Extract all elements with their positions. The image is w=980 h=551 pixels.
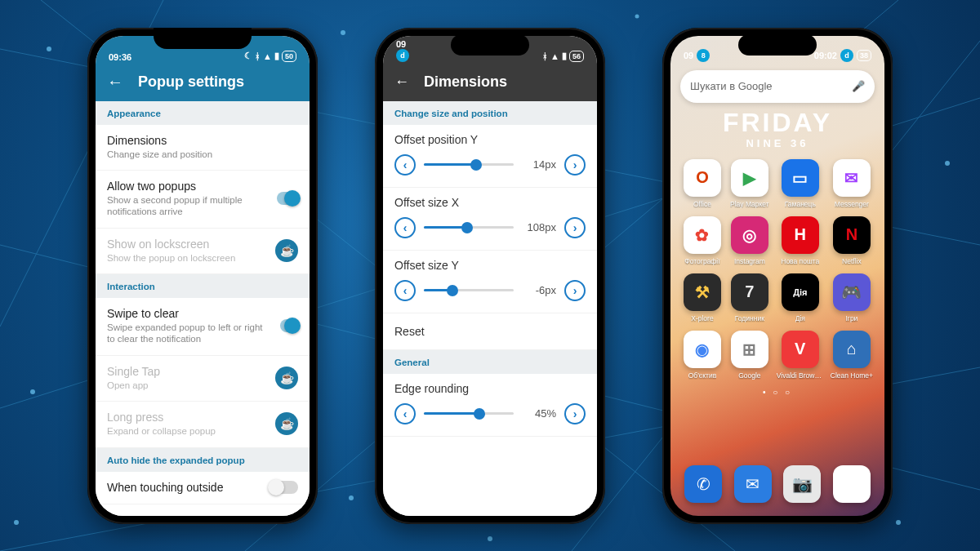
app-messenger[interactable]: ✉Messenger bbox=[831, 159, 873, 208]
phone3-pill bbox=[738, 34, 817, 56]
app-google[interactable]: ⊞Google bbox=[729, 331, 770, 380]
slider-track[interactable] bbox=[424, 289, 514, 291]
app-icon: Н bbox=[782, 216, 819, 254]
dock-phone[interactable]: ✆ bbox=[684, 465, 722, 503]
popup-settings-titlebar: ← Popup settings bbox=[96, 64, 310, 101]
slider-track[interactable] bbox=[424, 226, 514, 229]
app-label: Об'єктив bbox=[688, 371, 716, 380]
notif-dot-icon: d bbox=[396, 49, 409, 62]
dock-camera[interactable]: 📷 bbox=[783, 465, 821, 503]
dock-chrome[interactable]: ◯ bbox=[833, 465, 871, 503]
wifi-icon: ▲ bbox=[550, 51, 559, 61]
toggle-touch-outside[interactable] bbox=[270, 481, 298, 494]
dimensions-titlebar: ← Dimensions bbox=[383, 64, 597, 101]
google-search-bar[interactable]: Шукати в Google 🎤 bbox=[680, 70, 875, 103]
premium-cup-icon[interactable]: ☕ bbox=[275, 239, 298, 262]
app-icon: ✉ bbox=[833, 159, 871, 197]
app-icon: ◎ bbox=[731, 216, 768, 254]
clock-sub: NINE 36 bbox=[670, 137, 884, 149]
app-icon: N bbox=[833, 216, 871, 254]
phone-homescreen: 09 8 09:02 d 38 Шукати в Google 🎤 FRIDAY… bbox=[662, 28, 893, 524]
slider-label: Offset position Y bbox=[394, 133, 586, 146]
wifi-icon: ▲ bbox=[263, 51, 272, 61]
app-ігри[interactable]: 🎮Ігри bbox=[831, 273, 873, 322]
premium-cup-icon[interactable]: ☕ bbox=[275, 367, 298, 389]
item-reset[interactable]: Reset bbox=[383, 313, 597, 350]
back-button[interactable]: ← bbox=[394, 73, 409, 91]
item-touch-outside[interactable]: When touching outside bbox=[96, 472, 310, 504]
item-swipe[interactable]: Swipe to clear Swipe expanded popup to l… bbox=[96, 298, 310, 356]
app-об-єктив[interactable]: ◉Об'єктив bbox=[682, 331, 723, 380]
app-x-plore[interactable]: ⚒X-plore bbox=[682, 273, 723, 322]
app-icon: 🎮 bbox=[833, 273, 871, 311]
item-sub: Open app bbox=[107, 380, 160, 391]
battery-icon: 50 bbox=[282, 51, 296, 62]
item-single-tap[interactable]: Single Tap Open app ☕ bbox=[96, 356, 310, 402]
app-vivaldi-browser[interactable]: VVivaldi Browser bbox=[777, 331, 824, 380]
toggle-two-popups[interactable] bbox=[277, 192, 298, 205]
app-label: Дія bbox=[795, 314, 805, 322]
app-нова-пошта[interactable]: ННова пошта bbox=[777, 216, 824, 265]
app-годинник[interactable]: 7Годинник bbox=[729, 273, 770, 322]
screen-title: Dimensions bbox=[424, 73, 507, 91]
app-play-маркет[interactable]: ▶Play Маркет bbox=[729, 159, 770, 208]
item-sub: Swipe expanded popup to left or right to… bbox=[107, 322, 270, 345]
app-icon: ⊞ bbox=[731, 331, 768, 368]
app-label: Messenger bbox=[835, 200, 869, 208]
app-label: X-plore bbox=[691, 314, 713, 322]
app-icon: ⌂ bbox=[833, 331, 871, 368]
slider-size-y: Offset size Y ‹ -6px › bbox=[383, 251, 597, 313]
premium-cup-icon[interactable]: ☕ bbox=[275, 412, 298, 435]
app-instagram[interactable]: ◎Instagram bbox=[729, 216, 770, 265]
app-label: Office bbox=[693, 200, 711, 208]
clock-day: FRIDAY bbox=[670, 109, 884, 136]
app-office[interactable]: OOffice bbox=[682, 159, 723, 208]
app-label: Годинник bbox=[735, 314, 764, 322]
app-grid: OOffice▶Play Маркет▭Гаманець✉Messenger✿Ф… bbox=[670, 151, 884, 383]
decrement-button[interactable]: ‹ bbox=[394, 154, 416, 176]
increment-button[interactable]: › bbox=[564, 217, 586, 238]
toggle-swipe[interactable] bbox=[280, 319, 298, 332]
item-long-press[interactable]: Long press Expand or collapse popup ☕ bbox=[96, 402, 310, 447]
app-icon: ⚒ bbox=[684, 273, 721, 311]
status-left: 09 d bbox=[396, 39, 409, 62]
app-icon: ▶ bbox=[731, 159, 768, 197]
bt-icon: ᚼ bbox=[542, 51, 548, 61]
app-netflix[interactable]: NNetflix bbox=[831, 216, 873, 265]
search-placeholder: Шукати в Google bbox=[690, 80, 773, 92]
app-дія[interactable]: ДіяДія bbox=[777, 273, 824, 322]
dnd-icon: ☾ bbox=[244, 51, 252, 61]
item-two-popups[interactable]: Allow two popups Show a second popup if … bbox=[96, 171, 310, 229]
slider-value: 14px bbox=[522, 158, 556, 171]
item-lockscreen[interactable]: Show on lockscreen Show the popup on loc… bbox=[96, 229, 310, 274]
clock-widget[interactable]: FRIDAY NINE 36 bbox=[670, 109, 884, 149]
app-гаманець[interactable]: ▭Гаманець bbox=[777, 159, 824, 208]
back-button[interactable]: ← bbox=[107, 73, 123, 91]
item-sub: Show a second popup if multiple notifica… bbox=[107, 194, 267, 218]
item-title: Show on lockscreen bbox=[107, 238, 235, 251]
app-label: Ігри bbox=[845, 314, 858, 322]
signal-icon: ▮ bbox=[562, 51, 567, 61]
dock-messages[interactable]: ✉ bbox=[734, 465, 772, 503]
decrement-button[interactable]: ‹ bbox=[394, 217, 416, 238]
app-clean-home-[interactable]: ⌂Clean Home+ bbox=[831, 331, 873, 380]
battery-icon: 56 bbox=[569, 51, 584, 62]
notif-dot-icon: 8 bbox=[697, 49, 710, 62]
battery-icon: 38 bbox=[857, 50, 871, 61]
item-title: Swipe to clear bbox=[107, 307, 270, 320]
increment-button[interactable]: › bbox=[564, 280, 586, 301]
increment-button[interactable]: › bbox=[564, 154, 586, 176]
slider-size-x: Offset size X ‹ 108px › bbox=[383, 188, 597, 251]
slider-label: Offset size X bbox=[394, 196, 586, 209]
decrement-button[interactable]: ‹ bbox=[394, 403, 416, 424]
decrement-button[interactable]: ‹ bbox=[394, 280, 416, 301]
app-фотографії[interactable]: ✿Фотографії bbox=[682, 216, 723, 265]
item-title: When touching outside bbox=[107, 481, 223, 494]
slider-track[interactable] bbox=[424, 163, 514, 166]
increment-button[interactable]: › bbox=[564, 403, 586, 424]
slider-track[interactable] bbox=[424, 412, 514, 415]
app-label: Instagram bbox=[734, 257, 765, 265]
phone-popup-settings: 09:36 ☾ ᚼ ▲ ▮ 50 ← Popup settings Appear… bbox=[87, 28, 318, 524]
item-dimensions[interactable]: Dimensions Change size and position bbox=[96, 125, 310, 171]
mic-icon[interactable]: 🎤 bbox=[852, 80, 865, 92]
